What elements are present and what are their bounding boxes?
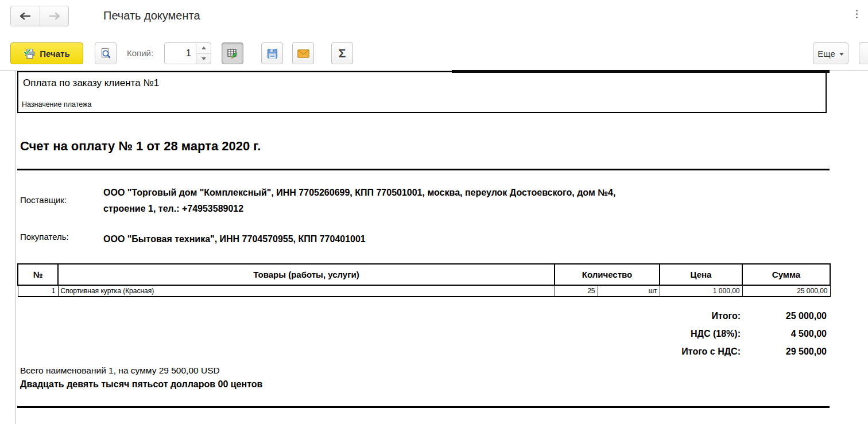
chevron-down-icon <box>839 53 844 56</box>
summary-line: Всего наименований 1, на сумму 29 500,00… <box>20 365 220 376</box>
vat-label: НДС (18%): <box>17 328 741 340</box>
save-button[interactable] <box>261 42 283 64</box>
floppy-disk-icon <box>267 48 278 59</box>
cell-quantity: 25 <box>555 285 598 297</box>
email-button[interactable] <box>292 42 314 64</box>
total-row-vat: НДС (18%): 4 500,00 <box>17 328 827 340</box>
total-row-subtotal: Итого: 25 000,00 <box>17 310 827 322</box>
printer-icon <box>24 48 35 59</box>
grand-total-value: 29 500,00 <box>741 345 827 357</box>
print-button-label: Печать <box>40 49 69 59</box>
copies-spinner-up[interactable] <box>196 43 211 54</box>
col-quantity: Количество <box>555 264 660 285</box>
preview-icon <box>100 48 111 59</box>
payment-purpose-box: Оплата по заказу клиента №1 Назначение п… <box>17 71 827 113</box>
edit-table-button[interactable] <box>222 42 243 64</box>
document-left-margin-line <box>16 71 16 424</box>
table-row: 1 Спортивная куртка (Красная) 25 шт 1 00… <box>18 285 830 297</box>
print-preview-area: Оплата по заказу клиента №1 Назначение п… <box>0 69 868 424</box>
col-number: № <box>18 264 58 285</box>
arrow-left-icon <box>19 12 32 20</box>
buyer-value: ООО "Бытовая техника", ИНН 7704570955, К… <box>103 231 366 247</box>
kebab-menu-icon[interactable] <box>852 7 861 21</box>
sigma-icon: Σ <box>339 46 346 60</box>
subtotal-value: 25 000,00 <box>741 310 827 322</box>
copies-spinner-down[interactable] <box>196 54 211 64</box>
subtotal-label: Итого: <box>17 310 741 322</box>
supplier-value-line2: строение 1, тел.: +74953589012 <box>103 201 815 217</box>
print-preview-button[interactable] <box>95 42 117 64</box>
vat-value: 4 500,00 <box>741 328 827 340</box>
cell-unit: шт <box>598 285 660 297</box>
supplier-value-line1: ООО "Торговый дом "Комплексный", ИНН 770… <box>103 185 815 201</box>
edge-partial-button[interactable] <box>859 42 868 64</box>
divider-rule-top <box>17 169 830 170</box>
print-button[interactable]: Печать <box>10 42 83 64</box>
more-button[interactable]: Еще <box>813 42 848 64</box>
back-button[interactable] <box>11 6 40 26</box>
payment-purpose-value: Оплата по заказу клиента №1 <box>23 77 159 89</box>
cell-amount: 25 000,00 <box>742 285 830 297</box>
buyer-label: Покупатель: <box>20 232 69 242</box>
payment-purpose-caption: Назначение платежа <box>22 100 91 108</box>
items-table-header-row: № Товары (работы, услуги) Количество Цен… <box>18 264 830 285</box>
copies-spinner <box>196 42 211 64</box>
items-table: № Товары (работы, услуги) Количество Цен… <box>17 263 831 297</box>
total-row-grand: Итого с НДС: 29 500,00 <box>17 345 827 357</box>
col-amount: Сумма <box>742 264 830 285</box>
toolbar: Печать Копий: <box>0 42 868 65</box>
copies-input[interactable] <box>164 42 196 64</box>
nav-button-group <box>10 6 69 26</box>
forward-button[interactable] <box>40 6 68 26</box>
table-edit-icon <box>227 48 238 59</box>
document-thick-top-rule <box>452 70 830 73</box>
page-title: Печать документа <box>103 9 200 22</box>
divider-rule-bottom <box>17 406 830 408</box>
copies-label: Копий: <box>127 48 153 58</box>
cell-price: 1 000,00 <box>660 285 742 297</box>
grand-total-label: Итого с НДС: <box>17 345 741 357</box>
envelope-icon <box>297 49 309 58</box>
totals-block: Итого: 25 000,00 НДС (18%): 4 500,00 Ито… <box>17 310 827 363</box>
titlebar: Печать документа <box>0 0 868 34</box>
col-price: Цена <box>660 264 742 285</box>
cell-goods-name: Спортивная куртка (Красная) <box>58 285 555 297</box>
sum-button[interactable]: Σ <box>331 42 353 64</box>
invoice-title: Счет на оплату № 1 от 28 марта 2020 г. <box>20 139 261 154</box>
amount-in-words: Двадцать девять тысяч пятьсот долларов 0… <box>20 379 262 390</box>
arrow-right-icon <box>48 12 61 20</box>
supplier-label: Поставщик: <box>20 195 67 205</box>
cell-row-number: 1 <box>18 285 58 297</box>
more-button-label: Еще <box>817 49 835 59</box>
supplier-value: ООО "Торговый дом "Комплексный", ИНН 770… <box>103 185 815 217</box>
col-goods: Товары (работы, услуги) <box>58 264 555 285</box>
copies-control <box>164 42 211 64</box>
